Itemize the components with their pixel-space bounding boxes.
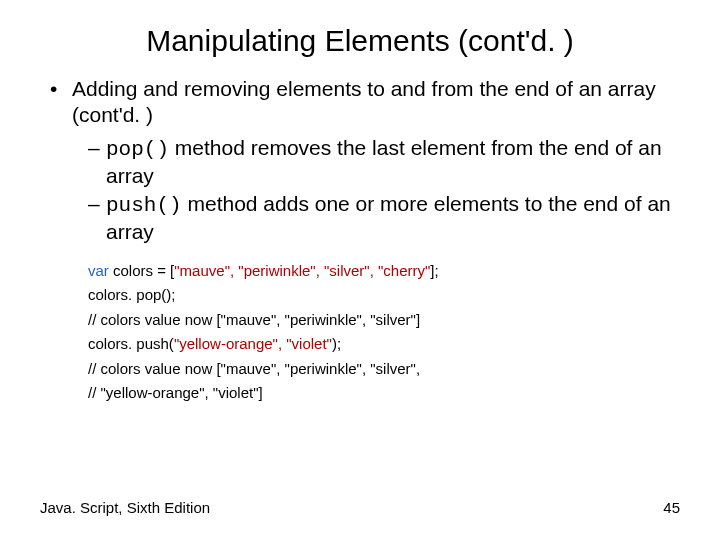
text: ];	[430, 262, 438, 279]
code-line: // colors value now ["mauve", "periwinkl…	[88, 358, 680, 381]
text: method adds one or more elements to the …	[106, 192, 671, 243]
keyword: var	[88, 262, 109, 279]
code-line: var colors = ["mauve", "periwinkle", "si…	[88, 260, 680, 283]
code-line: // colors value now ["mauve", "periwinkl…	[88, 309, 680, 332]
text: method removes the last element from the…	[106, 136, 662, 187]
code-inline: push()	[106, 194, 182, 217]
string-literal: "yellow-orange", "violet"	[174, 335, 332, 352]
code-example: var colors = ["mauve", "periwinkle", "si…	[88, 260, 680, 405]
bullet-level1: • Adding and removing elements to and fr…	[50, 76, 680, 129]
code-line: // "yellow-orange", "violet"]	[88, 382, 680, 405]
bullet-level2: – push() method adds one or more element…	[88, 191, 680, 246]
sub-bullets: – pop() method removes the last element …	[88, 135, 680, 246]
text: colors. push(	[88, 335, 174, 352]
slide-title: Manipulating Elements (cont'd. )	[0, 0, 720, 76]
code-line: colors. push("yellow-orange", "violet");	[88, 333, 680, 356]
bullet-dash: –	[88, 191, 106, 246]
page-number: 45	[663, 499, 680, 516]
bullet-dash: –	[88, 135, 106, 190]
footer-left: Java. Script, Sixth Edition	[40, 499, 210, 516]
code-inline: pop()	[106, 138, 169, 161]
bullet-text: pop() method removes the last element fr…	[106, 135, 680, 190]
bullet-level2: – pop() method removes the last element …	[88, 135, 680, 190]
text: colors = [	[109, 262, 174, 279]
bullet-text: Adding and removing elements to and from…	[72, 76, 680, 129]
slide: Manipulating Elements (cont'd. ) • Addin…	[0, 0, 720, 540]
string-literal: "mauve", "periwinkle", "silver", "cherry…	[174, 262, 430, 279]
slide-body: • Adding and removing elements to and fr…	[0, 76, 720, 405]
text: );	[332, 335, 341, 352]
slide-footer: Java. Script, Sixth Edition 45	[40, 499, 680, 516]
bullet-text: push() method adds one or more elements …	[106, 191, 680, 246]
code-line: colors. pop();	[88, 284, 680, 307]
bullet-dot: •	[50, 76, 72, 129]
